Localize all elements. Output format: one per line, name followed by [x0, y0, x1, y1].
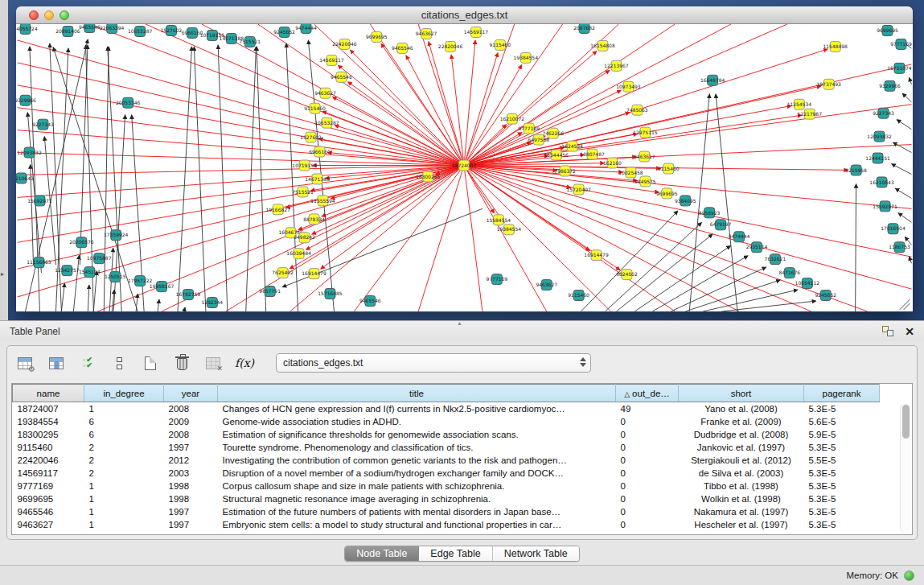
network-node[interactable]: 9849575: [634, 176, 656, 187]
network-node[interactable]: 162160: [603, 158, 622, 168]
table-cell[interactable]: 0: [616, 480, 679, 492]
network-node[interactable]: 9465546: [79, 24, 101, 32]
network-node[interactable]: 11254534: [787, 99, 812, 109]
network-node[interactable]: 9474444: [729, 232, 750, 242]
network-node[interactable]: 7515521: [292, 187, 314, 197]
table-cell[interactable]: Tibbo et al. (1998): [679, 480, 804, 492]
table-cell[interactable]: 22420046: [13, 454, 84, 467]
table-row[interactable]: 977716911998Corpus callosum shape and si…: [13, 480, 880, 492]
network-node[interactable]: 16039484: [286, 249, 311, 259]
network-node[interactable]: 15751074: [887, 63, 912, 73]
column-header-name[interactable]: name: [13, 385, 84, 402]
network-node[interactable]: 19166827: [265, 204, 290, 215]
network-node[interactable]: 14569117: [319, 55, 344, 65]
network-node[interactable]: 12093832: [17, 147, 42, 158]
network-node[interactable]: 14569117: [464, 27, 489, 37]
network-node[interactable]: 8471676: [779, 268, 801, 278]
network-node[interactable]: 7625402: [272, 268, 294, 278]
network-node[interactable]: 10025458: [618, 167, 643, 178]
column-header-short[interactable]: short: [679, 385, 804, 402]
column-header-out_de[interactable]: △out_de…: [616, 385, 679, 402]
network-node[interactable]: 9245652: [273, 27, 295, 37]
table-cell[interactable]: 1: [84, 480, 164, 492]
network-node[interactable]: 12217987: [798, 109, 823, 119]
network-node[interactable]: 10807487: [580, 149, 605, 159]
network-node[interactable]: 20206576: [69, 237, 94, 248]
table-cell[interactable]: 2009: [164, 415, 218, 428]
table-cell[interactable]: 9115460: [13, 441, 84, 454]
network-node[interactable]: 2935114: [746, 242, 768, 253]
table-cell[interactable]: de Silva et al. (2003): [679, 467, 804, 480]
network-node[interactable]: 17359924: [104, 230, 129, 241]
collapsed-control-panel-rail[interactable]: ▸: [0, 0, 8, 320]
network-node[interactable]: 1545194: [79, 267, 101, 278]
network-node[interactable]: 15716485: [318, 289, 343, 299]
expand-panel-arrow-icon[interactable]: ▸: [1, 270, 4, 278]
table-settings-icon[interactable]: ⚙: [15, 353, 35, 373]
table-cell[interactable]: 0: [616, 505, 679, 518]
minimize-window-button[interactable]: [44, 10, 54, 20]
table-cell[interactable]: 5.3E-5: [804, 467, 880, 480]
network-node[interactable]: 12975115: [633, 127, 658, 138]
rows-icon[interactable]: [109, 353, 129, 373]
network-node[interactable]: 19384554: [514, 52, 539, 63]
column-header-pagerank[interactable]: pagerank: [804, 385, 880, 402]
network-node[interactable]: 9857791: [259, 286, 281, 297]
network-node[interactable]: 15692971: [873, 201, 897, 212]
table-cell[interactable]: 5.3E-5: [804, 441, 880, 454]
network-node[interactable]: 8024502: [616, 270, 638, 280]
network-node[interactable]: 22420046: [332, 39, 357, 49]
table-scrollbar[interactable]: [900, 403, 910, 533]
network-node[interactable]: 14055724: [16, 24, 38, 34]
table-cell[interactable]: 0: [616, 467, 679, 480]
network-node[interactable]: 16914479: [584, 250, 609, 261]
column-header-year[interactable]: year: [164, 385, 218, 402]
network-node[interactable]: 9463627: [416, 28, 437, 39]
table-cell[interactable]: 1997: [164, 505, 218, 518]
table-cell[interactable]: Nakamura et al. (1997): [679, 505, 804, 518]
network-node[interactable]: 9384095: [675, 196, 696, 206]
table-cell[interactable]: Changes of HCN gene expression and I(f) …: [218, 402, 616, 415]
table-row[interactable]: 946362711997Embryonic stem cells: a mode…: [13, 518, 880, 531]
network-node[interactable]: 9463627: [536, 280, 557, 290]
table-cell[interactable]: 9465546: [13, 505, 84, 518]
table-cell[interactable]: 2: [84, 467, 164, 480]
table-cell[interactable]: 1997: [164, 441, 218, 454]
network-node[interactable]: 7515521: [239, 36, 261, 47]
table-cell[interactable]: 1: [84, 518, 164, 531]
table-cell[interactable]: 0: [616, 441, 679, 454]
network-node[interactable]: 9699695: [366, 31, 388, 42]
table-cell[interactable]: 2008: [164, 402, 218, 415]
table-cell[interactable]: 0: [616, 415, 679, 428]
network-node[interactable]: 1527602: [300, 132, 322, 142]
table-cell[interactable]: Embryonic stem cells: a model to study s…: [218, 518, 616, 531]
new-document-icon[interactable]: [141, 353, 160, 373]
table-cell[interactable]: Tourette syndrome. Phenomenology and cla…: [218, 441, 616, 454]
table-cell[interactable]: Jankovic et al. (1997): [679, 441, 804, 454]
tab-network-table[interactable]: Network Table: [493, 546, 579, 561]
table-cell[interactable]: 0: [616, 492, 679, 505]
table-cell[interactable]: 5.3E-5: [804, 518, 880, 531]
table-cell[interactable]: 18300295: [13, 428, 84, 441]
network-canvas[interactable]: 1872400718300295162100729777169649756874…: [16, 24, 913, 311]
table-cell[interactable]: 0: [616, 428, 679, 441]
network-node[interactable]: 16210072: [500, 113, 525, 124]
table-cell[interactable]: Franke et al. (2009): [679, 415, 804, 428]
network-node[interactable]: 9498242: [294, 233, 315, 243]
network-node[interactable]: 9115460: [658, 163, 680, 174]
network-node[interactable]: 7632621: [765, 254, 786, 265]
network-node[interactable]: 15720407: [566, 184, 591, 195]
table-row[interactable]: 969969511998Structural magnetic resonanc…: [13, 492, 880, 505]
table-cell[interactable]: 5.5E-5: [804, 454, 880, 467]
network-node[interactable]: 9227343: [873, 108, 894, 118]
network-node[interactable]: 10975887: [87, 253, 112, 264]
tab-node-table[interactable]: Node Table: [345, 546, 419, 561]
zoom-window-button[interactable]: [60, 10, 69, 20]
table-row[interactable]: 1456911722003Disruption of a novel membe…: [13, 467, 880, 480]
table-cell[interactable]: Structural magnetic resonance image aver…: [218, 492, 616, 505]
table-cell[interactable]: 5.3E-5: [804, 505, 880, 518]
table-cell[interactable]: 5.6E-5: [804, 415, 880, 428]
network-node[interactable]: 16914479: [302, 269, 326, 279]
network-node[interactable]: 9699695: [877, 25, 898, 35]
network-node[interactable]: 6479197: [710, 220, 732, 230]
